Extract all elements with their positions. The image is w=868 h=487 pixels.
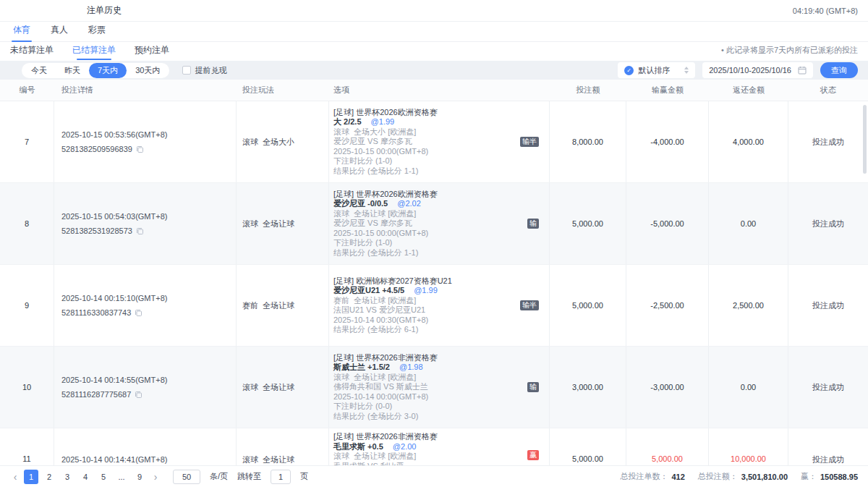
bet-play: 赛前 全场让球	[242, 300, 328, 311]
win-loss-amount: -5,000.00	[650, 219, 684, 228]
page-button[interactable]: 5	[96, 470, 111, 484]
vertical-scrollbar-thumb[interactable]	[863, 105, 867, 174]
bet-play: 滚球 全场让球	[242, 219, 328, 229]
bet-amount-cell: 8,000.00	[550, 101, 626, 182]
league-name: [足球] 世界杯2026非洲资格赛	[333, 432, 549, 442]
win-loss-amount: -4,000.00	[650, 137, 684, 146]
result-score: 结果比分 (全场比分 1-1)	[333, 248, 549, 258]
page-button[interactable]: ...	[114, 470, 129, 484]
next-page-button[interactable]: ›	[150, 471, 161, 483]
bet-play-cell: 滚球 全场让球	[237, 183, 329, 264]
date-range-button[interactable]: 今天	[22, 63, 56, 78]
bet-details-cell: 2025-10-14 00:14:55(GMT+8) 5281116287775…	[54, 347, 237, 428]
checkbox-icon[interactable]	[182, 66, 191, 75]
page-button[interactable]: 2	[42, 470, 56, 484]
page-button[interactable]: 9	[132, 470, 147, 484]
page-button[interactable]: 4	[78, 470, 93, 484]
status-cell: 投注成功	[788, 428, 868, 465]
bet-amount: 8,000.00	[572, 137, 603, 146]
bet-row: 9 2025-10-14 00:15:10(GMT+8) 52811163308…	[0, 265, 868, 347]
date-range-button[interactable]: 昨天	[56, 63, 89, 78]
result-badge: 输	[527, 219, 539, 229]
table-body: 7 2025-10-15 00:53:56(GMT+8) 52813825095…	[0, 101, 868, 465]
market-info: 滚球 全场让球 [欧洲盘]	[333, 452, 549, 462]
bet-amount-cell: 5,000.00	[550, 265, 626, 346]
win-loss-cell: -4,000.00	[626, 101, 709, 182]
return-amount: 0.00	[741, 219, 756, 228]
bet-time: 2025-10-15 00:53:56(GMT+8)	[61, 130, 236, 140]
return-cell: 0.00	[709, 183, 788, 264]
prev-page-button[interactable]: ‹	[10, 471, 20, 483]
return-cell: 0.00	[709, 347, 788, 428]
row-number: 10	[22, 383, 31, 391]
bet-status: 投注成功	[812, 137, 844, 148]
pick-line: 爱沙尼亚U21 +4.5/5 @1.99	[333, 286, 549, 296]
status-cell: 投注成功	[788, 101, 868, 182]
page-button[interactable]: 3	[60, 470, 75, 484]
match-time: 2025-10-15 00:00(GMT+8)	[333, 229, 549, 239]
sort-select[interactable]: 默认排序	[618, 62, 695, 78]
page-size-label: 条/页	[210, 471, 228, 482]
bet-id: 5281382509596839	[61, 144, 132, 154]
early-cashout-checkbox[interactable]: 提前兑现	[182, 65, 226, 76]
copy-icon[interactable]	[135, 391, 142, 399]
table-header-cell: 投注额	[550, 85, 626, 96]
date-range-input[interactable]: 2025/10/10-2025/10/16	[702, 62, 813, 78]
win-loss-cell: 5,000.00	[626, 428, 709, 465]
row-number-cell: 7	[0, 101, 54, 182]
bet-play: 滚球 全场让球	[242, 382, 328, 393]
table-header-cell: 输赢金额	[626, 85, 709, 96]
date-range-value: 2025/10/10-2025/10/16	[709, 66, 791, 75]
bet-status: 投注成功	[812, 454, 844, 465]
page-buttons: 12345...9	[24, 470, 147, 484]
copy-icon[interactable]	[136, 227, 144, 235]
bet-score: 下注时比分 (1-0)	[333, 156, 549, 166]
date-range-button[interactable]: 30天内	[127, 63, 169, 78]
match-time: 2025-10-15 00:00(GMT+8)	[333, 147, 549, 157]
return-cell: 2,500.00	[709, 265, 788, 346]
main-tab[interactable]: 彩票	[88, 24, 106, 41]
date-range-button[interactable]: 7天内	[89, 63, 127, 78]
bet-options-cell: [足球] 世界杯2026非洲资格赛 斯威士兰 +1.5/2 @1.98 滚球 全…	[329, 347, 550, 428]
sub-tab[interactable]: 未结算注单	[10, 44, 54, 61]
check-circle-icon	[624, 66, 634, 75]
row-number: 8	[25, 219, 29, 228]
bet-time: 2025-10-14 00:15:10(GMT+8)	[61, 293, 236, 303]
bet-amount-cell: 5,000.00	[550, 428, 626, 465]
market-info: 滚球 全场大小 [欧洲盘]	[333, 127, 549, 137]
market-info: 滚球 全场让球 [欧洲盘]	[333, 373, 549, 383]
bet-details-cell: 2025-10-15 00:54:03(GMT+8) 5281382531928…	[54, 183, 237, 264]
bet-score: 下注时比分 (0-0)	[333, 402, 549, 412]
bet-details-cell: 2025-10-14 00:14:41(GMT+8)	[54, 428, 237, 465]
teams: 佛得角共和国 VS 斯威士兰	[333, 382, 549, 392]
return-amount: 2,500.00	[733, 301, 764, 310]
query-button[interactable]: 查询	[820, 62, 858, 78]
copy-icon[interactable]	[135, 309, 142, 317]
main-tabs: 体育真人彩票	[0, 22, 868, 42]
page-size-input[interactable]	[173, 470, 200, 484]
page-button[interactable]: 1	[24, 470, 38, 484]
bet-options-cell: [足球] 世界杯2026非洲资格赛 毛里求斯 +0.5 @2.00 滚球 全场让…	[329, 428, 550, 465]
pick-line: 大 2/2.5 @1.99	[333, 117, 549, 127]
main-tab[interactable]: 真人	[51, 24, 68, 41]
odds: @1.98	[399, 363, 423, 371]
bet-options-cell: [足球] 欧洲锦标赛2027资格赛U21 爱沙尼亚U21 +4.5/5 @1.9…	[329, 265, 550, 346]
market-info: 滚球 全场让球 [欧洲盘]	[333, 209, 549, 219]
copy-icon[interactable]	[136, 145, 144, 153]
bet-play-cell: 滚球 全场让球	[237, 428, 329, 465]
row-number-cell: 11	[0, 428, 54, 465]
jump-input[interactable]	[271, 470, 291, 484]
sub-tab[interactable]: 预约注单	[135, 44, 169, 61]
bet-row: 11 2025-10-14 00:14:41(GMT+8) 滚球 全场让球 [足…	[0, 428, 868, 465]
sub-tabs: 未结算注单已结算注单预约注单	[10, 44, 169, 61]
odds: @2.00	[393, 442, 417, 451]
odds: @1.99	[371, 117, 395, 126]
sub-tab[interactable]: 已结算注单	[72, 44, 116, 61]
bet-play-cell: 赛前 全场让球	[237, 265, 329, 346]
row-number-cell: 9	[0, 265, 54, 346]
league-name: [足球] 世界杯2026非洲资格赛	[333, 353, 549, 363]
bet-amount: 5,000.00	[572, 454, 603, 463]
main-tab[interactable]: 体育	[13, 24, 30, 41]
pick: 爱沙尼亚 -0/0.5	[333, 199, 388, 208]
result-badge: 赢	[527, 450, 539, 460]
